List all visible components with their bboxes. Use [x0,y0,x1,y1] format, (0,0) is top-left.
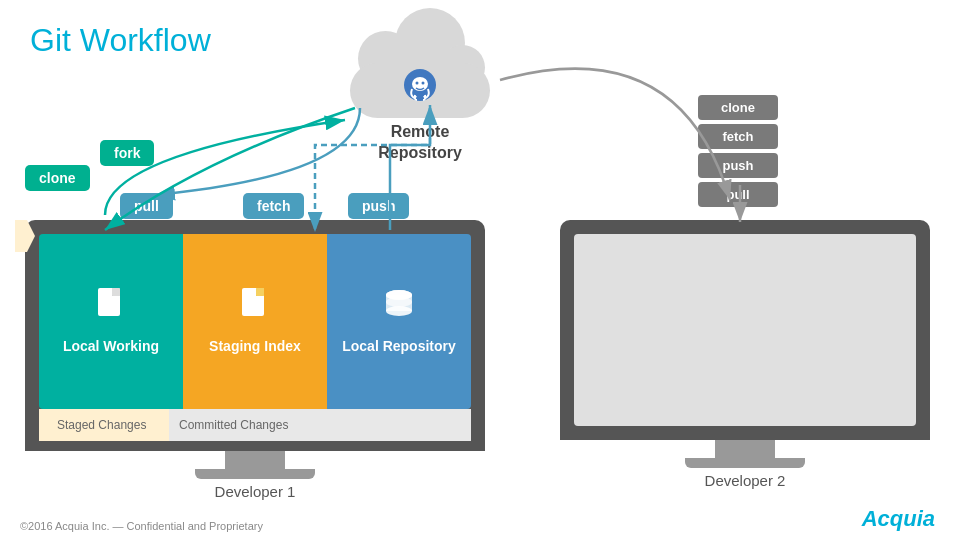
local-repo-section: Local Repository [327,234,471,409]
local-repo-label: Local Repository [342,337,456,355]
monitor1-inner: Local Working Staging Index [39,234,471,409]
svg-point-15 [386,306,412,316]
push-btn: push [348,193,409,219]
staged-changes-label: Staged Changes [39,409,169,441]
clone-btn: clone [25,165,90,191]
staging-icon [240,288,270,331]
right-op-push: push [698,153,778,178]
svg-rect-9 [112,288,120,296]
right-op-pull: pull [698,182,778,207]
svg-rect-12 [256,288,264,296]
document-icon [96,288,126,331]
footer-text: ©2016 Acquia Inc. — Confidential and Pro… [20,520,263,532]
monitor2-inner [574,234,916,426]
svg-point-6 [422,82,425,85]
cloud-shape [340,28,500,118]
remote-repository: RemoteRepository [320,28,520,164]
local-working-label: Local Working [63,337,159,355]
right-operations-list: clone fetch push pull [698,95,778,207]
developer2-label: Developer 2 [560,472,930,489]
fetch-btn: fetch [243,193,304,219]
database-icon [383,288,415,331]
github-icon [402,67,438,110]
fork-btn: fork [100,140,154,166]
remote-repo-label: RemoteRepository [320,122,520,164]
developer2-monitor: Developer 2 [560,220,930,489]
right-op-fetch: fetch [698,124,778,149]
monitor1-screen: Local Working Staging Index [25,220,485,451]
developer1-monitor: Local Working Staging Index [25,220,485,500]
acquia-logo: Acquia [862,506,935,532]
svg-point-5 [416,82,419,85]
staging-index-label: Staging Index [209,337,301,355]
svg-point-17 [386,297,412,307]
developer1-label: Developer 1 [25,483,485,500]
monitor2-stand [560,440,930,468]
page-title: Git Workflow [30,22,211,59]
changes-bar: Staged Changes Committed Changes [39,409,471,441]
monitor2-screen [560,220,930,440]
staging-index-section: Staging Index [183,234,327,409]
committed-changes-label: Committed Changes [169,418,471,432]
monitor1-stand [25,451,485,479]
right-op-clone: clone [698,95,778,120]
pull-btn: pull [120,193,173,219]
local-working-section: Local Working [39,234,183,409]
